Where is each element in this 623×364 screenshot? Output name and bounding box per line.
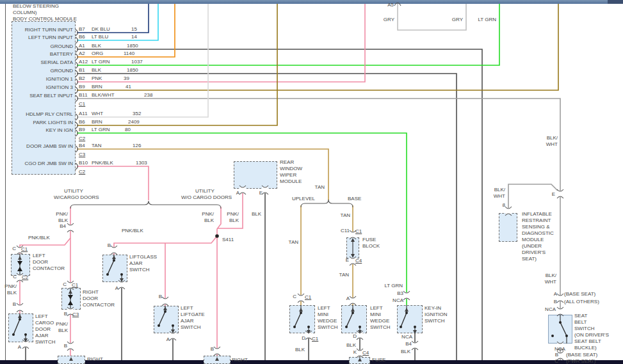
fuse-element-icon [351,254,355,258]
diagram-label: NCA [554,346,565,352]
diagram-label: BLK [7,290,17,296]
bcm-pin-label: A2 [79,51,85,56]
bcm-pin-label: B9 [79,84,85,90]
bcm-input-label: KEY IN IGN [10,127,73,133]
diagram-label: PNK/BLK [122,228,143,233]
diagram-label: BLK [346,342,356,348]
contact-dot [345,326,348,328]
diagram-label: C1 [355,228,362,234]
diagram-label: SEAT [574,313,587,319]
diagram-label: COLUMN) [13,10,36,15]
diagram-label: BLK [204,218,214,223]
contact-dot [300,312,302,314]
diagram-label: B [554,299,557,305]
bcm-pin-label: B6 [79,34,85,40]
diagram-label: LEFT [370,305,383,311]
diagram-label: LIFTGLASS [129,254,157,260]
bcm-pin-icon [76,163,78,170]
diagram-label: A [115,285,118,291]
diagram-label: LT GRN [478,17,496,22]
bcm-wire-color-label: BLK/WHT [92,92,115,98]
diagram-label: BLK [401,349,410,354]
bcm-pin-icon [76,29,78,36]
arrow-up-icon [163,306,167,310]
diagram-label: C1 [72,282,78,288]
contact-dot [12,333,15,336]
diagram-label: C4 [355,258,362,264]
bcm-circuit-label: 1850 [127,67,138,73]
bcm-pin-label: B10 [79,160,88,166]
contact-dot [559,321,562,324]
contact-dot [400,326,402,328]
bcm-pin-icon [76,146,78,152]
bcm-pin-label: A1 [79,43,85,49]
diagram-label: PNK/ [4,283,17,289]
harness-brace [70,201,221,209]
switch-lever [159,312,165,326]
diagram-label: TAN [339,272,349,278]
bcm-wire-color-label: BRN [92,119,102,125]
arrow-up-icon [69,290,72,294]
bcm-wire-color-label: BLK [92,43,101,49]
contact-dot [405,312,408,314]
bcm-input-label: BATTERY [10,51,73,57]
diagram-label: C2 [22,274,28,280]
diagram-label: B [64,343,67,349]
diagram-label: LEFT [181,305,193,311]
switch-lever [13,319,20,335]
diagram-label: NCA [401,334,412,340]
diagram-label: W/CARGO DOORS [54,194,99,200]
bcm-pin-icon [76,70,78,77]
diagram-label: CARGO [35,320,54,326]
bcm-connector-group-label: C3 [79,152,85,157]
diagram-label: B [64,311,67,317]
contact-dot [19,318,21,320]
contact-dot [158,324,160,327]
contact-dot [113,259,115,262]
diagram-label: FUSE [362,237,376,242]
diagram-label: WHT [494,193,505,199]
diagram-label: E [346,257,349,263]
diagram-label: C3 [72,312,79,317]
diagram-label: LEFT [35,313,48,319]
bcm-wire-color-label: BLK [92,67,101,73]
diagram-label: B [211,346,214,352]
diagram-label: B [13,301,16,307]
bcm-wire-color-label: LT BLU [92,34,108,40]
bcm-pin-label: B4 [79,143,85,148]
contact-dot [565,335,568,337]
diagram-label: BODY CONTROL MODULE [13,16,77,22]
diagram-label: S411 [222,237,234,242]
contact-dot [172,324,174,327]
bcm-input-label: IGNITION 3 [10,84,73,90]
bcm-wire-color-label: LT GRN [92,127,110,132]
diagram-label: C4 [362,350,369,356]
wire-ltgrn [77,133,407,305]
bcm-pin-icon [76,37,78,44]
switch-lever [560,322,567,336]
contact-dot [293,326,296,328]
bcm-wire-color-label: DK BLU [92,26,110,32]
bcm-pin-label: B1 [79,67,85,73]
diagram-label: (ON DRIVER'S [574,332,609,338]
bcm-wire-color-label: ORG [92,51,103,56]
diagram-label: SEAT BELT [574,338,601,344]
diagram-label: A [236,190,239,196]
bcm-input-label: HDLMP RLY CNTRL [10,111,73,117]
bcm-input-label: IGNITION 1 [10,76,73,82]
bcm-pin-label: A12 [79,59,88,65]
bcm-wire-color-label: BRN [92,84,102,90]
contact-dot [215,234,219,238]
diagram-label: TAN [341,212,350,218]
diagram-label: B3 [397,290,403,296]
bcm-wire-color-label: LT GRN [92,59,110,65]
diagram-label: DOOR [83,296,98,301]
diagram-label: D [353,333,357,339]
bcm-circuit-label: 352 [133,111,141,116]
wire-ltblu [77,4,158,40]
contactor-symbol-icon [68,301,73,305]
arrow-down-icon [413,330,417,334]
contact-dot [414,326,416,328]
bcm-input-label: LEFT TURN INPUT [10,35,73,40]
wire-brn [77,4,277,125]
